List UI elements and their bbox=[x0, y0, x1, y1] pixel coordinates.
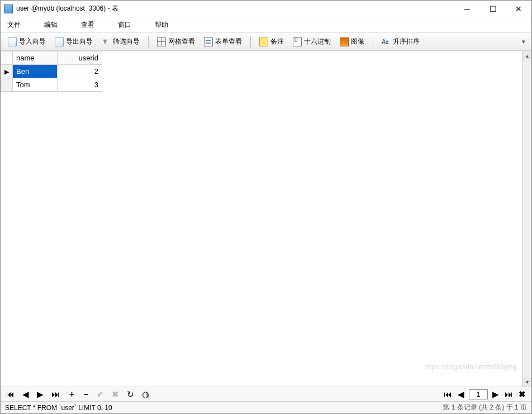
add-record-button[interactable]: ＋ bbox=[66, 389, 77, 399]
vertical-scrollbar[interactable]: ▴ ▾ bbox=[522, 51, 531, 387]
filter-wizard-label: 筛选向导 bbox=[113, 37, 140, 46]
note-icon bbox=[259, 37, 268, 46]
refresh-button[interactable]: ↻ bbox=[126, 389, 135, 399]
status-record-info: 第 1 条记录 (共 2 条) 于 1 页 bbox=[443, 403, 527, 412]
next-record-button[interactable]: ▶ bbox=[36, 389, 45, 399]
status-sql: SELECT * FROM `user` LIMIT 0, 10 bbox=[5, 404, 112, 412]
watermark: https://blog.csdn.net/zc666ying bbox=[424, 363, 516, 371]
import-wizard-label: 导入向导 bbox=[19, 37, 46, 46]
form-icon bbox=[204, 37, 213, 46]
table-row[interactable]: ▶ Ben 2 bbox=[1, 65, 102, 78]
filter-icon bbox=[102, 37, 111, 46]
row-indicator: ▶ bbox=[1, 65, 13, 78]
toolbar-separator bbox=[373, 36, 373, 48]
content-area: name userid ▶ Ben 2 Tom 3 https://blog.c… bbox=[1, 51, 531, 387]
image-icon bbox=[340, 37, 349, 46]
window-controls: ─ ☐ ✕ bbox=[454, 1, 531, 17]
data-table: name userid ▶ Ben 2 Tom 3 bbox=[1, 51, 102, 92]
grid-icon bbox=[157, 37, 166, 46]
data-grid[interactable]: name userid ▶ Ben 2 Tom 3 https://blog.c… bbox=[1, 51, 522, 387]
image-label: 图像 bbox=[351, 37, 364, 46]
import-icon bbox=[8, 37, 17, 46]
row-indicator bbox=[1, 78, 13, 92]
grid-view-label: 网格查看 bbox=[168, 37, 195, 46]
hex-icon bbox=[293, 37, 302, 46]
cell-userid[interactable]: 3 bbox=[58, 78, 102, 92]
window-title: user @mydb (localhost_3306) - 表 bbox=[16, 4, 454, 13]
next-page-button[interactable]: ▶ bbox=[491, 389, 500, 399]
minimize-button[interactable]: ─ bbox=[454, 1, 480, 17]
import-wizard-button[interactable]: 导入向导 bbox=[4, 35, 50, 49]
sort-icon bbox=[382, 37, 391, 46]
abort-button[interactable]: ✖ bbox=[517, 389, 527, 399]
prev-record-button[interactable]: ◀ bbox=[21, 389, 30, 399]
menu-file[interactable]: 文件 bbox=[4, 18, 24, 32]
cell-userid[interactable]: 2 bbox=[58, 65, 102, 78]
memo-button[interactable]: 备注 bbox=[255, 35, 288, 49]
export-wizard-label: 导出向导 bbox=[66, 37, 93, 46]
hex-button[interactable]: 十六进制 bbox=[289, 35, 335, 49]
first-record-button[interactable]: ⏮ bbox=[5, 389, 16, 399]
filter-wizard-button[interactable]: 筛选向导 bbox=[98, 35, 144, 49]
maximize-button[interactable]: ☐ bbox=[480, 1, 506, 17]
menu-bar: 文件 编辑 查看 窗口 帮助 bbox=[1, 17, 531, 33]
memo-label: 备注 bbox=[270, 37, 284, 46]
hex-label: 十六进制 bbox=[304, 37, 331, 46]
menu-help[interactable]: 帮助 bbox=[151, 18, 172, 32]
last-record-button[interactable]: ⏭ bbox=[50, 389, 61, 399]
toolbar-overflow-button[interactable]: ▾ bbox=[519, 36, 528, 48]
scroll-up-icon[interactable]: ▴ bbox=[522, 51, 531, 60]
row-indicator-header bbox=[1, 51, 13, 65]
title-bar: user @mydb (localhost_3306) - 表 ─ ☐ ✕ bbox=[1, 1, 531, 17]
delete-record-button[interactable]: − bbox=[83, 389, 90, 399]
prev-page-button[interactable]: ◀ bbox=[457, 389, 466, 399]
cell-name[interactable]: Tom bbox=[13, 78, 58, 92]
image-button[interactable]: 图像 bbox=[336, 35, 368, 49]
page-input[interactable] bbox=[469, 389, 488, 399]
scroll-down-icon[interactable]: ▾ bbox=[522, 377, 531, 387]
last-page-button[interactable]: ⏭ bbox=[504, 389, 514, 399]
toolbar-separator bbox=[148, 36, 149, 48]
stop-button[interactable]: ◍ bbox=[141, 389, 150, 399]
column-header-userid[interactable]: userid bbox=[58, 51, 102, 65]
column-header-name[interactable]: name bbox=[13, 51, 58, 65]
app-icon bbox=[4, 4, 13, 13]
toolbar-separator bbox=[250, 36, 251, 48]
toolbar: 导入向导 导出向导 筛选向导 网格查看 表单查看 备注 十六进制 图像 升序排序… bbox=[1, 33, 531, 51]
cell-name[interactable]: Ben bbox=[13, 65, 58, 78]
menu-edit[interactable]: 编辑 bbox=[41, 18, 61, 32]
form-view-label: 表单查看 bbox=[215, 37, 242, 46]
cancel-button[interactable]: ✖ bbox=[111, 389, 120, 399]
export-icon bbox=[55, 37, 64, 46]
sort-label: 升序排序 bbox=[393, 37, 420, 46]
menu-view[interactable]: 查看 bbox=[78, 18, 98, 32]
first-page-button[interactable]: ⏮ bbox=[443, 389, 453, 399]
sort-asc-button[interactable]: 升序排序 bbox=[378, 35, 424, 49]
menu-window[interactable]: 窗口 bbox=[115, 18, 135, 32]
export-wizard-button[interactable]: 导出向导 bbox=[51, 35, 97, 49]
form-view-button[interactable]: 表单查看 bbox=[200, 35, 246, 49]
status-bar: SELECT * FROM `user` LIMIT 0, 10 第 1 条记录… bbox=[1, 401, 531, 413]
record-navigator: ⏮ ◀ ▶ ⏭ ＋ − ✔ ✖ ↻ ◍ ⏮ ◀ ▶ ⏭ ✖ bbox=[1, 387, 531, 401]
commit-button[interactable]: ✔ bbox=[96, 389, 105, 399]
table-row[interactable]: Tom 3 bbox=[1, 78, 102, 92]
grid-view-button[interactable]: 网格查看 bbox=[153, 35, 199, 49]
close-button[interactable]: ✕ bbox=[506, 1, 531, 17]
